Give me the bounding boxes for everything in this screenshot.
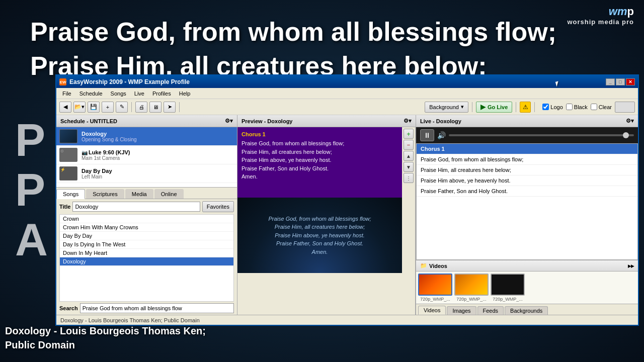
tab-media[interactable]: Media bbox=[125, 189, 153, 199]
more-options-button[interactable]: ⋮ bbox=[404, 173, 414, 183]
close-button[interactable]: ✕ bbox=[626, 78, 635, 85]
left-panel: Schedule - UNTITLED ⚙▾ Doxology Opening … bbox=[56, 115, 237, 315]
schedule-item-title-2: Day By Day bbox=[82, 168, 234, 174]
search-bottom-input[interactable] bbox=[80, 303, 234, 313]
edit-button[interactable]: ✎ bbox=[116, 102, 128, 113]
song-item-doxology[interactable]: Doxology bbox=[60, 257, 233, 266]
preview-lyric-3: Praise Him above, ye heavenly host. bbox=[242, 156, 398, 164]
move-down-button[interactable]: ▼ bbox=[404, 162, 414, 172]
live-lyric-heading-item[interactable]: Chorus 1 bbox=[417, 144, 637, 154]
schedule-title: Schedule - UNTITLED bbox=[60, 118, 117, 124]
song-item-crown[interactable]: Crown bbox=[60, 215, 233, 223]
toolbar-separator-1 bbox=[131, 102, 132, 112]
video-thumb-item-0[interactable]: 720p_WMP_... bbox=[418, 274, 452, 302]
video-thumb-img-1 bbox=[454, 274, 489, 296]
preview-header: Preview - Doxology ⚙▾ bbox=[237, 115, 416, 127]
songs-tabs-row: Songs Scriptures Media Online bbox=[56, 188, 237, 199]
logo-checkbox[interactable] bbox=[542, 104, 549, 110]
remove-button[interactable]: − bbox=[404, 140, 414, 150]
schedule-item-0[interactable]: Doxology Opening Song & Closing bbox=[56, 127, 237, 146]
print-button[interactable]: 🖨 bbox=[135, 102, 147, 113]
media-tab-videos[interactable]: Videos bbox=[418, 306, 446, 315]
menu-file[interactable]: File bbox=[58, 89, 75, 98]
live-lyric-line4[interactable]: Praise Father, Son and Holy Ghost. bbox=[417, 186, 637, 197]
schedule-item-info-2: Day By Day Left Main bbox=[82, 168, 234, 179]
title-search-input[interactable] bbox=[72, 202, 200, 212]
display-button[interactable]: 🖥 bbox=[149, 102, 162, 113]
volume-slider[interactable] bbox=[449, 134, 634, 136]
live-lyric-line3[interactable]: Praise Him above, ye heavenly host. bbox=[417, 175, 637, 186]
maximize-button[interactable]: □ bbox=[616, 78, 625, 85]
app-icon: EW bbox=[59, 78, 66, 85]
video-thumbnails: 720p_WMP_... 720p_WMP_... 720p_WMP_... bbox=[416, 272, 638, 304]
toolbar-separator-3 bbox=[472, 102, 472, 112]
song-item-crown-him[interactable]: Crown Him With Many Crowns bbox=[60, 223, 233, 232]
go-live-button[interactable]: ▶ Go Live bbox=[476, 102, 512, 113]
wmp-brand: worship media pro bbox=[567, 18, 634, 26]
song-item-day-dying[interactable]: Day Is Dying In The West bbox=[60, 240, 233, 249]
clear-checkbox[interactable] bbox=[591, 104, 597, 110]
pause-button[interactable]: ⏸ bbox=[420, 129, 434, 141]
video-thumb-label-2: 720p_WMP_... bbox=[493, 297, 523, 302]
song-item-day-by-day[interactable]: Day By Day bbox=[60, 232, 233, 240]
menu-help[interactable]: Help bbox=[175, 89, 195, 98]
songs-search-area: Songs Scriptures Media Online Title Favo… bbox=[56, 188, 237, 315]
schedule-gear-icon[interactable]: ⚙▾ bbox=[225, 118, 233, 124]
add-to-live-button[interactable]: + bbox=[404, 129, 414, 139]
videos-more-button[interactable]: ▸▸ bbox=[628, 262, 634, 269]
move-up-button[interactable]: ▲ bbox=[404, 151, 414, 161]
video-thumb-item-2[interactable]: 720p_WMP_... bbox=[491, 274, 525, 302]
media-tab-backgrounds[interactable]: Backgrounds bbox=[505, 306, 548, 315]
window-controls: _ □ ✕ bbox=[606, 78, 635, 85]
transport-bar: ⏸ 🔊 bbox=[416, 127, 638, 143]
live-section: ⏸ 🔊 Chorus 1 Praise God, from whom all b… bbox=[416, 127, 638, 315]
camera-icon: 📷 bbox=[82, 150, 88, 155]
schedule-list: Doxology Opening Song & Closing ⊙ 📷Luke … bbox=[56, 127, 237, 188]
back-button[interactable]: ◀ bbox=[59, 102, 71, 113]
clear-label: Clear bbox=[599, 104, 612, 110]
logo-label: Logo bbox=[550, 104, 562, 110]
live-gear-icon[interactable]: ⚙▾ bbox=[626, 118, 634, 124]
schedule-item-title-0: Doxology bbox=[82, 131, 234, 137]
menu-schedule[interactable]: Schedule bbox=[75, 89, 107, 98]
menu-profiles[interactable]: Profiles bbox=[148, 89, 175, 98]
live-lyric-line2[interactable]: Praise Him, all creatures here below; bbox=[417, 165, 637, 175]
tab-songs[interactable]: Songs bbox=[56, 189, 85, 199]
arrow-button[interactable]: ➤ bbox=[164, 102, 176, 113]
save-button[interactable]: 💾 bbox=[88, 102, 100, 113]
media-tab-feeds[interactable]: Feeds bbox=[477, 306, 504, 315]
video-thumb-label-0: 720p_WMP_... bbox=[420, 297, 450, 302]
menu-live[interactable]: Live bbox=[130, 89, 148, 98]
video-thumb-item-1[interactable]: 720p_WMP_... bbox=[454, 274, 489, 302]
preview-vid-line3: Praise Him above, ye heavenly host. bbox=[275, 231, 365, 240]
tab-online[interactable]: Online bbox=[154, 189, 184, 199]
search-bottom-label: Search bbox=[59, 305, 78, 311]
warning-button[interactable]: ⚠ bbox=[520, 102, 531, 113]
open-dropdown[interactable]: 📂▾ bbox=[73, 102, 86, 113]
favorites-button[interactable]: Favorites bbox=[202, 201, 234, 212]
minimize-button[interactable]: _ bbox=[606, 78, 615, 85]
background-dropdown[interactable]: Background ▾ bbox=[425, 102, 468, 113]
song-item-down[interactable]: Down In My Heart bbox=[60, 249, 233, 257]
schedule-item-info-0: Doxology Opening Song & Closing bbox=[82, 131, 234, 142]
preview-gear-icon[interactable]: ⚙▾ bbox=[404, 118, 412, 124]
preview-video-area: Praise God, from whom all blessings flow… bbox=[237, 198, 402, 273]
bg-bottom-line1: Doxology - Louis Bourgeois Thomas Ken; bbox=[5, 324, 206, 338]
video-thumb-label-1: 720p_WMP_... bbox=[456, 297, 487, 302]
schedule-item-title-1: 📷Luke 9:60 (KJV) bbox=[82, 149, 234, 155]
black-checkbox[interactable] bbox=[566, 104, 573, 110]
bg-bottom-text: Doxology - Louis Bourgeois Thomas Ken; P… bbox=[5, 324, 206, 352]
live-lyric-line1[interactable]: Praise God, from whom all blessings flow… bbox=[417, 154, 637, 165]
preview-video-inner: Praise God, from whom all blessings flow… bbox=[237, 198, 402, 273]
schedule-header: Schedule - UNTITLED ⚙▾ bbox=[56, 115, 237, 127]
menu-songs[interactable]: Songs bbox=[107, 89, 130, 98]
schedule-item-2[interactable]: ⚡ Day By Day Left Main bbox=[56, 164, 237, 183]
black-checkbox-group: Black bbox=[566, 104, 588, 110]
mid-content: Chorus 1 Praise God, from whom all bless… bbox=[237, 127, 416, 315]
new-button[interactable]: + bbox=[102, 102, 114, 113]
toolbar-separator-5 bbox=[534, 102, 535, 112]
tab-scriptures[interactable]: Scriptures bbox=[86, 189, 124, 199]
schedule-item-1[interactable]: ⊙ 📷Luke 9:60 (KJV) Main 1st Camera bbox=[56, 146, 237, 164]
media-tab-images[interactable]: Images bbox=[447, 306, 476, 315]
videos-title: Videos bbox=[429, 263, 447, 269]
